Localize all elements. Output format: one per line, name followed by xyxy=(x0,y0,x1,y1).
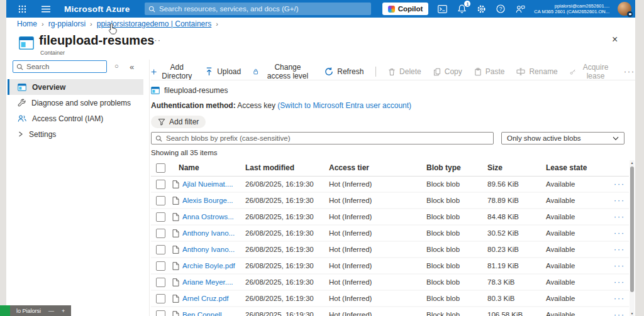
delete-button[interactable]: Delete xyxy=(388,67,421,76)
account-info[interactable]: ppialorsi@cam2652601.... CA M365 2601 (C… xyxy=(534,3,609,15)
row-checkbox[interactable] xyxy=(156,180,165,189)
add-filter-button[interactable]: Add filter xyxy=(151,116,206,128)
copy-button[interactable]: Copy xyxy=(433,67,462,76)
blob-row-menu[interactable]: ··· xyxy=(607,294,629,303)
switch-auth-link[interactable]: (Switch to Microsoft Entra user account) xyxy=(277,101,411,110)
rename-icon xyxy=(516,68,525,75)
file-icon xyxy=(172,197,179,205)
close-icon[interactable]: × xyxy=(612,34,618,45)
sidebar-item-overview[interactable]: Overview xyxy=(8,79,143,95)
row-checkbox[interactable] xyxy=(156,229,165,238)
blob-row-menu[interactable]: ··· xyxy=(607,196,629,205)
blob-row-menu[interactable]: ··· xyxy=(607,310,629,316)
auth-method-label: Authentication method: xyxy=(151,101,236,110)
toolbar-overflow-button[interactable]: ··· xyxy=(624,67,635,76)
blob-name-link[interactable]: Arnel Cruz.pdf xyxy=(182,295,229,302)
presenter-name: lo Pialorsi xyxy=(16,308,41,314)
blob-row-menu[interactable]: ··· xyxy=(607,229,629,237)
row-checkbox[interactable] xyxy=(156,196,165,205)
hamburger-menu-icon[interactable] xyxy=(40,3,52,14)
breadcrumb-resource-group[interactable]: rg-ppialorsi xyxy=(48,19,86,28)
blob-row[interactable]: Anthony Ivano... 26/08/2025, 16:19:30 Ho… xyxy=(151,226,629,242)
row-checkbox[interactable] xyxy=(156,310,165,316)
help-icon[interactable]: ? xyxy=(495,3,506,14)
row-checkbox[interactable] xyxy=(156,261,165,271)
column-header-size[interactable]: Size xyxy=(487,163,546,172)
blob-name-link[interactable]: Anna Ostrows... xyxy=(182,213,234,221)
copy-icon xyxy=(433,68,441,76)
blob-row[interactable]: Archie Boyle.pdf 26/08/2025, 16:19:30 Ho… xyxy=(151,258,629,275)
blob-type: Block blob xyxy=(426,213,487,221)
notifications-bell-icon[interactable]: 1 xyxy=(456,3,467,14)
sidebar-item-access-control[interactable]: Access Control (IAM) xyxy=(8,111,143,126)
blob-row[interactable]: Ajlal Nueimat.... 26/08/2025, 16:19:30 H… xyxy=(151,177,629,193)
avatar-lock-badge xyxy=(627,11,633,17)
blob-row-menu[interactable]: ··· xyxy=(607,212,629,221)
blob-state-dropdown[interactable]: Only show active blobs xyxy=(501,132,625,144)
column-header-access-tier[interactable]: Access tier xyxy=(329,163,426,172)
column-header-lease-state[interactable]: Lease state xyxy=(546,163,607,172)
sidebar-search-input[interactable] xyxy=(26,63,103,70)
blob-row[interactable]: Arnel Cruz.pdf 26/08/2025, 16:19:30 Hot … xyxy=(151,291,629,307)
scrollbar-up-arrow[interactable]: ▲ xyxy=(630,161,635,165)
blob-row[interactable]: Anna Ostrows... 26/08/2025, 16:19:30 Hot… xyxy=(151,209,629,226)
apps-launcher-icon[interactable] xyxy=(16,3,28,14)
refresh-button[interactable]: Refresh xyxy=(325,67,364,76)
blob-row[interactable]: Anthony Ivano... 26/08/2025, 16:19:30 Ho… xyxy=(151,242,629,258)
avatar[interactable] xyxy=(618,2,631,16)
row-checkbox[interactable] xyxy=(156,212,165,222)
add-directory-button[interactable]: Add Directory xyxy=(151,63,193,80)
select-all-checkbox[interactable] xyxy=(156,163,165,173)
blob-search-input[interactable] xyxy=(166,134,489,142)
plus-icon[interactable]: + xyxy=(62,308,65,314)
azure-title[interactable]: Microsoft Azure xyxy=(64,4,130,14)
row-checkbox[interactable] xyxy=(156,278,165,287)
blob-name-link[interactable]: Ariane Meyer.... xyxy=(182,278,233,286)
blob-access-tier: Hot (Inferred) xyxy=(329,295,426,302)
page-more-menu[interactable]: ··· xyxy=(151,35,161,45)
paste-button[interactable]: Paste xyxy=(474,67,505,76)
blob-row-menu[interactable]: ··· xyxy=(607,180,629,188)
chevron-down-icon xyxy=(613,136,619,141)
cloud-shell-icon[interactable] xyxy=(436,3,448,14)
sidebar-search-box[interactable] xyxy=(13,60,107,73)
column-header-last-modified[interactable]: Last modified xyxy=(245,163,329,172)
blob-row[interactable]: Ben Connell... 26/08/2025, 16:19:30 Hot … xyxy=(151,307,629,316)
rename-button[interactable]: Rename xyxy=(516,67,557,76)
table-scrollbar[interactable]: ▲ ▼ xyxy=(630,160,635,316)
scrollbar-down-arrow[interactable]: ▼ xyxy=(630,312,635,315)
row-checkbox[interactable] xyxy=(156,294,165,303)
blob-row[interactable]: Alexis Bourge... 26/08/2025, 16:19:30 Ho… xyxy=(151,193,629,209)
feedback-icon[interactable] xyxy=(514,3,526,14)
column-header-blob-type[interactable]: Blob type xyxy=(426,163,487,172)
settings-gear-icon[interactable] xyxy=(475,3,487,14)
blob-size: 81.19 KiB xyxy=(487,262,546,270)
column-header-name[interactable]: Name xyxy=(172,163,245,172)
acquire-lease-button[interactable]: Acquire lease xyxy=(570,63,612,80)
blob-name-link[interactable]: Anthony Ivano... xyxy=(182,246,235,253)
upload-button[interactable]: Upload xyxy=(205,67,241,76)
global-search-input[interactable] xyxy=(159,5,367,13)
blob-row[interactable]: Ariane Meyer.... 26/08/2025, 16:19:30 Ho… xyxy=(151,275,629,291)
row-checkbox[interactable] xyxy=(156,245,165,254)
blob-name-link[interactable]: Anthony Ivano... xyxy=(182,229,235,237)
copilot-button[interactable]: Copilot xyxy=(382,3,429,15)
scrollbar-thumb[interactable] xyxy=(630,166,634,292)
blob-name-link[interactable]: Ajlal Nueimat.... xyxy=(182,180,233,188)
breadcrumb-home[interactable]: Home xyxy=(17,19,37,28)
blob-access-tier: Hot (Inferred) xyxy=(329,197,426,204)
blob-name-link[interactable]: Alexis Bourge... xyxy=(182,197,233,204)
blob-search-box[interactable] xyxy=(151,132,494,144)
sidebar-item-settings[interactable]: Settings xyxy=(8,126,143,142)
blob-row-menu[interactable]: ··· xyxy=(607,278,629,286)
blob-row-menu[interactable]: ··· xyxy=(607,245,629,254)
global-search-box[interactable] xyxy=(145,3,371,15)
sidebar-collapse-icon[interactable]: « xyxy=(130,62,134,72)
blob-name-link[interactable]: Archie Boyle.pdf xyxy=(182,262,235,270)
change-access-level-button[interactable]: Change access level xyxy=(253,63,313,80)
blob-row-menu[interactable]: ··· xyxy=(607,261,629,270)
blob-name-link[interactable]: Ben Connell... xyxy=(182,311,228,316)
minimize-icon[interactable]: — xyxy=(48,308,54,314)
sidebar-item-diagnose[interactable]: Diagnose and solve problems xyxy=(8,95,143,111)
sidebar-shortcut-icon[interactable]: ○ xyxy=(114,62,119,70)
